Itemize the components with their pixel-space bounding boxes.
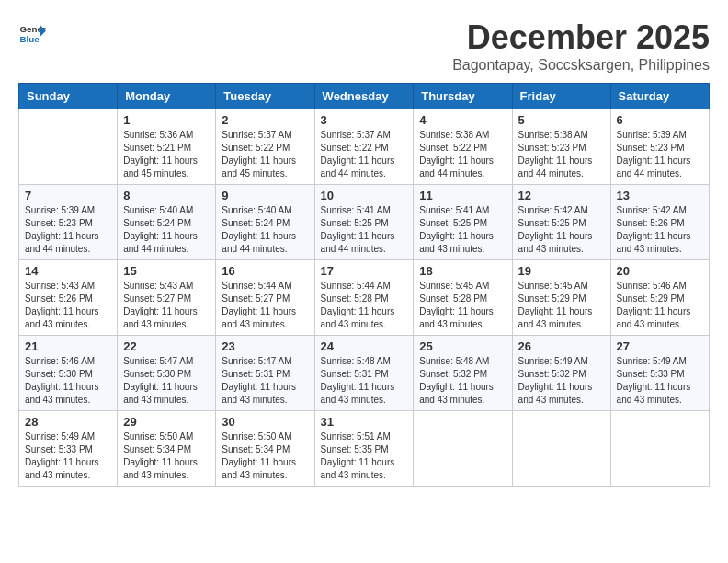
- calendar-cell: [414, 411, 512, 487]
- calendar-header-row: SundayMondayTuesdayWednesdayThursdayFrid…: [19, 84, 710, 109]
- day-number: 24: [321, 339, 408, 353]
- calendar-cell: 7Sunrise: 5:39 AMSunset: 5:23 PMDaylight…: [19, 185, 118, 260]
- day-number: 12: [518, 189, 605, 202]
- day-number: 26: [518, 339, 605, 353]
- day-number: 25: [419, 339, 506, 353]
- day-number: 16: [222, 264, 308, 278]
- weekday-header: Sunday: [19, 84, 118, 109]
- calendar-cell: 10Sunrise: 5:41 AMSunset: 5:25 PMDayligh…: [314, 185, 414, 260]
- day-number: 27: [617, 339, 703, 353]
- day-number: 19: [518, 264, 605, 278]
- calendar-week-row: 28Sunrise: 5:49 AMSunset: 5:33 PMDayligh…: [19, 411, 710, 487]
- weekday-header: Tuesday: [216, 84, 314, 109]
- day-number: 14: [25, 264, 111, 278]
- calendar-cell: 5Sunrise: 5:38 AMSunset: 5:23 PMDaylight…: [512, 109, 610, 185]
- day-number: 18: [419, 264, 506, 278]
- weekday-header: Thursday: [414, 84, 512, 109]
- calendar-cell: 29Sunrise: 5:50 AMSunset: 5:34 PMDayligh…: [118, 411, 216, 487]
- weekday-header: Saturday: [610, 84, 709, 109]
- logo-icon: General Blue: [18, 18, 46, 46]
- day-info: Sunrise: 5:36 AMSunset: 5:21 PMDaylight:…: [123, 129, 210, 180]
- page-header: General Blue December 2025 Bagontapay, S…: [18, 18, 710, 74]
- day-number: 7: [25, 189, 111, 202]
- calendar-cell: 27Sunrise: 5:49 AMSunset: 5:33 PMDayligh…: [610, 336, 709, 411]
- calendar-cell: [19, 109, 118, 185]
- day-info: Sunrise: 5:40 AMSunset: 5:24 PMDaylight:…: [222, 204, 308, 256]
- day-info: Sunrise: 5:45 AMSunset: 5:28 PMDaylight:…: [419, 280, 506, 331]
- day-number: 28: [25, 415, 111, 429]
- day-info: Sunrise: 5:42 AMSunset: 5:25 PMDaylight:…: [518, 204, 605, 256]
- calendar-cell: 25Sunrise: 5:48 AMSunset: 5:32 PMDayligh…: [414, 336, 512, 411]
- calendar-cell: 18Sunrise: 5:45 AMSunset: 5:28 PMDayligh…: [414, 260, 512, 336]
- day-info: Sunrise: 5:42 AMSunset: 5:26 PMDaylight:…: [617, 204, 703, 256]
- day-info: Sunrise: 5:37 AMSunset: 5:22 PMDaylight:…: [222, 129, 308, 180]
- calendar-cell: 22Sunrise: 5:47 AMSunset: 5:30 PMDayligh…: [118, 336, 216, 411]
- day-info: Sunrise: 5:50 AMSunset: 5:34 PMDaylight:…: [123, 431, 210, 482]
- day-info: Sunrise: 5:37 AMSunset: 5:22 PMDaylight:…: [321, 129, 408, 180]
- calendar-cell: 17Sunrise: 5:44 AMSunset: 5:28 PMDayligh…: [314, 260, 414, 336]
- day-number: 23: [222, 339, 308, 353]
- calendar-cell: 26Sunrise: 5:49 AMSunset: 5:32 PMDayligh…: [512, 336, 610, 411]
- svg-text:Blue: Blue: [20, 34, 40, 44]
- day-number: 3: [321, 113, 408, 127]
- day-info: Sunrise: 5:41 AMSunset: 5:25 PMDaylight:…: [321, 204, 408, 256]
- day-info: Sunrise: 5:38 AMSunset: 5:22 PMDaylight:…: [419, 129, 506, 180]
- calendar-cell: 31Sunrise: 5:51 AMSunset: 5:35 PMDayligh…: [314, 411, 414, 487]
- day-number: 21: [25, 339, 111, 353]
- day-info: Sunrise: 5:44 AMSunset: 5:28 PMDaylight:…: [321, 280, 408, 331]
- day-number: 20: [617, 264, 703, 278]
- calendar-week-row: 7Sunrise: 5:39 AMSunset: 5:23 PMDaylight…: [19, 185, 710, 260]
- calendar-cell: 1Sunrise: 5:36 AMSunset: 5:21 PMDaylight…: [118, 109, 216, 185]
- day-info: Sunrise: 5:50 AMSunset: 5:34 PMDaylight:…: [222, 431, 308, 482]
- day-info: Sunrise: 5:39 AMSunset: 5:23 PMDaylight:…: [617, 129, 703, 180]
- day-info: Sunrise: 5:49 AMSunset: 5:33 PMDaylight:…: [617, 355, 703, 407]
- calendar-cell: 4Sunrise: 5:38 AMSunset: 5:22 PMDaylight…: [414, 109, 512, 185]
- day-number: 17: [321, 264, 408, 278]
- calendar-cell: 21Sunrise: 5:46 AMSunset: 5:30 PMDayligh…: [19, 336, 118, 411]
- calendar-cell: 12Sunrise: 5:42 AMSunset: 5:25 PMDayligh…: [512, 185, 610, 260]
- day-info: Sunrise: 5:45 AMSunset: 5:29 PMDaylight:…: [518, 280, 605, 331]
- calendar-cell: 3Sunrise: 5:37 AMSunset: 5:22 PMDaylight…: [314, 109, 414, 185]
- calendar-cell: 2Sunrise: 5:37 AMSunset: 5:22 PMDaylight…: [216, 109, 314, 185]
- day-info: Sunrise: 5:48 AMSunset: 5:31 PMDaylight:…: [321, 355, 408, 407]
- day-info: Sunrise: 5:41 AMSunset: 5:25 PMDaylight:…: [419, 204, 506, 256]
- day-number: 4: [419, 113, 506, 127]
- calendar-table: SundayMondayTuesdayWednesdayThursdayFrid…: [18, 83, 710, 487]
- calendar-cell: [610, 411, 709, 487]
- day-info: Sunrise: 5:51 AMSunset: 5:35 PMDaylight:…: [321, 431, 408, 482]
- day-number: 31: [321, 415, 408, 429]
- calendar-cell: 14Sunrise: 5:43 AMSunset: 5:26 PMDayligh…: [19, 260, 118, 336]
- day-number: 8: [123, 189, 210, 202]
- day-info: Sunrise: 5:47 AMSunset: 5:31 PMDaylight:…: [222, 355, 308, 407]
- calendar-cell: 11Sunrise: 5:41 AMSunset: 5:25 PMDayligh…: [414, 185, 512, 260]
- calendar-cell: 8Sunrise: 5:40 AMSunset: 5:24 PMDaylight…: [118, 185, 216, 260]
- day-number: 29: [123, 415, 210, 429]
- location-title: Bagontapay, Soccsksargen, Philippines: [452, 57, 710, 74]
- calendar-cell: 30Sunrise: 5:50 AMSunset: 5:34 PMDayligh…: [216, 411, 314, 487]
- calendar-cell: 28Sunrise: 5:49 AMSunset: 5:33 PMDayligh…: [19, 411, 118, 487]
- day-number: 1: [123, 113, 210, 127]
- day-number: 11: [419, 189, 506, 202]
- day-number: 9: [222, 189, 308, 202]
- day-info: Sunrise: 5:46 AMSunset: 5:30 PMDaylight:…: [25, 355, 111, 407]
- day-info: Sunrise: 5:46 AMSunset: 5:29 PMDaylight:…: [617, 280, 703, 331]
- day-number: 6: [617, 113, 703, 127]
- calendar-cell: 23Sunrise: 5:47 AMSunset: 5:31 PMDayligh…: [216, 336, 314, 411]
- weekday-header: Wednesday: [314, 84, 414, 109]
- day-info: Sunrise: 5:38 AMSunset: 5:23 PMDaylight:…: [518, 129, 605, 180]
- calendar-cell: [512, 411, 610, 487]
- weekday-header: Monday: [118, 84, 216, 109]
- calendar-cell: 16Sunrise: 5:44 AMSunset: 5:27 PMDayligh…: [216, 260, 314, 336]
- day-number: 13: [617, 189, 703, 202]
- calendar-cell: 6Sunrise: 5:39 AMSunset: 5:23 PMDaylight…: [610, 109, 709, 185]
- calendar-cell: 19Sunrise: 5:45 AMSunset: 5:29 PMDayligh…: [512, 260, 610, 336]
- day-number: 5: [518, 113, 605, 127]
- calendar-cell: 24Sunrise: 5:48 AMSunset: 5:31 PMDayligh…: [314, 336, 414, 411]
- calendar-cell: 9Sunrise: 5:40 AMSunset: 5:24 PMDaylight…: [216, 185, 314, 260]
- day-info: Sunrise: 5:43 AMSunset: 5:26 PMDaylight:…: [25, 280, 111, 331]
- day-info: Sunrise: 5:40 AMSunset: 5:24 PMDaylight:…: [123, 204, 210, 256]
- logo: General Blue: [18, 18, 46, 46]
- month-title: December 2025: [452, 18, 710, 57]
- day-info: Sunrise: 5:49 AMSunset: 5:32 PMDaylight:…: [518, 355, 605, 407]
- day-number: 10: [321, 189, 408, 202]
